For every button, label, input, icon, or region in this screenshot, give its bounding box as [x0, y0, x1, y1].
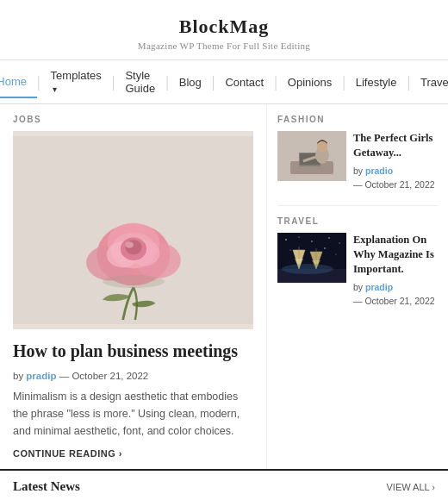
- latest-news-header: Latest News VIEW ALL: [13, 479, 435, 494]
- fashion-card: The Perfect Girls Getaway... by pradio —…: [277, 131, 438, 191]
- site-header: BlockMag Magazine WP Theme For Full Site…: [0, 0, 448, 60]
- site-title: BlockMag: [9, 16, 439, 38]
- travel-date: October 21, 2022: [364, 296, 434, 306]
- view-all-link[interactable]: VIEW ALL: [387, 482, 435, 492]
- fashion-date: October 21, 2022: [364, 179, 434, 190]
- main-content: JOBS: [0, 104, 448, 469]
- travel-card-meta: by pradip — October 21, 2022: [353, 281, 438, 309]
- section-divider: [277, 205, 438, 206]
- featured-section-label: JOBS: [13, 115, 253, 124]
- fashion-card-body: The Perfect Girls Getaway... by pradio —…: [353, 131, 438, 191]
- fashion-card-meta: by pradio — October 21, 2022: [353, 165, 438, 192]
- article-excerpt: Minimalism is a design aesthetic that em…: [13, 388, 253, 440]
- article-author-link[interactable]: pradip: [26, 371, 56, 381]
- fashion-section: FASHION: [277, 115, 438, 191]
- featured-image: [13, 131, 253, 329]
- svg-point-25: [339, 243, 339, 244]
- fashion-image-svg: [277, 131, 346, 181]
- nav-item-contact[interactable]: Contact: [215, 67, 274, 97]
- travel-card-image[interactable]: [277, 233, 346, 283]
- svg-point-23: [311, 241, 312, 242]
- svg-point-38: [282, 264, 333, 274]
- travel-card-title[interactable]: Explanation On Why Magazine Is Important…: [353, 233, 438, 277]
- article-date: — October 21, 2022: [59, 371, 149, 381]
- nav-item-opinions[interactable]: Opinions: [277, 67, 342, 97]
- main-nav: Home | Templates ▾ | Style Guide | Blog …: [0, 60, 448, 104]
- left-column: JOBS: [0, 104, 267, 469]
- fashion-author-link[interactable]: pradio: [365, 166, 393, 176]
- chevron-down-icon: ▾: [53, 84, 57, 94]
- travel-author-link[interactable]: pradip: [365, 282, 393, 292]
- latest-news-section: Latest News VIEW ALL JOBS FASHION TRAVE: [0, 469, 448, 500]
- travel-card: Explanation On Why Magazine Is Important…: [277, 233, 438, 308]
- svg-point-22: [298, 237, 299, 238]
- svg-point-26: [290, 250, 291, 251]
- continue-reading-link[interactable]: CONTINUE READING: [13, 448, 253, 459]
- travel-section-label: TRAVEL: [277, 216, 438, 226]
- featured-article-title[interactable]: How to plan business meetings: [13, 340, 253, 362]
- nav-item-travel[interactable]: Travel: [410, 67, 448, 97]
- fashion-card-title[interactable]: The Perfect Girls Getaway...: [353, 131, 438, 160]
- svg-point-24: [328, 237, 330, 239]
- right-column: FASHION: [267, 104, 448, 469]
- svg-point-11: [126, 241, 134, 248]
- fashion-card-image[interactable]: [277, 131, 346, 181]
- nav-item-home[interactable]: Home: [0, 66, 37, 98]
- site-tagline: Magazine WP Theme For Full Site Editing: [9, 41, 439, 51]
- nav-item-templates[interactable]: Templates ▾: [40, 60, 112, 103]
- article-meta: by pradip — October 21, 2022: [13, 371, 253, 381]
- travel-section: TRAVEL: [277, 216, 438, 308]
- svg-point-21: [285, 239, 287, 241]
- nav-item-blog[interactable]: Blog: [169, 67, 212, 97]
- travel-image-svg: [277, 233, 346, 283]
- fashion-section-label: FASHION: [277, 115, 438, 124]
- svg-point-12: [103, 275, 165, 288]
- svg-rect-20: [277, 233, 346, 267]
- nav-item-styleguide[interactable]: Style Guide: [115, 60, 165, 103]
- latest-news-title: Latest News: [13, 479, 80, 494]
- rose-svg: [13, 131, 253, 329]
- svg-point-28: [336, 254, 337, 255]
- svg-point-27: [324, 248, 325, 249]
- travel-card-body: Explanation On Why Magazine Is Important…: [353, 233, 438, 308]
- nav-item-lifestyle[interactable]: Lifestyle: [345, 67, 408, 97]
